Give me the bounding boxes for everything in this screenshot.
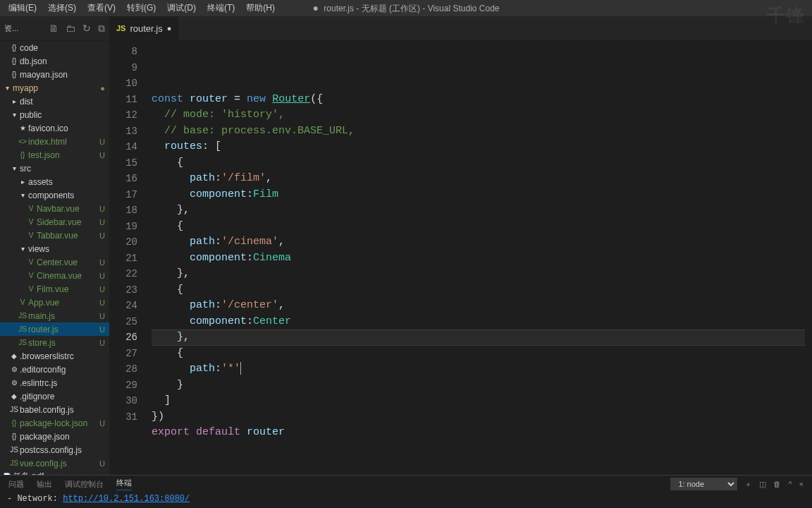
tree-item[interactable]: ▾components [0, 188, 109, 202]
close-panel-icon[interactable]: × [799, 480, 804, 488]
minimap[interactable] [805, 41, 812, 475]
tree-label: router.js [28, 325, 59, 334]
tree-item[interactable]: JSvue.config.jsU [0, 456, 109, 470]
tree-item[interactable]: VCenter.vueU [0, 255, 109, 269]
menubar-item[interactable]: 帮助(H) [240, 1, 281, 16]
tree-item[interactable]: VSidebar.vueU [0, 215, 109, 229]
tree-label: views [28, 244, 49, 254]
tree-item[interactable]: <>index.htmlU [0, 135, 109, 148]
terminal-url[interactable]: http://10.2.151.163:8080/ [63, 494, 190, 504]
split-terminal-icon[interactable]: ◫ [759, 480, 766, 489]
tree-item[interactable]: JSstore.jsU [0, 336, 109, 349]
tree-item[interactable]: ◆.browserslistrc [0, 349, 109, 363]
file-icon: ★ [17, 124, 28, 132]
terminal-label: - Network: [7, 494, 63, 504]
js-file-icon: JS [116, 24, 125, 32]
tree-item[interactable]: ◆.gitignore [0, 389, 109, 403]
new-folder-icon[interactable]: 🗀 [66, 23, 75, 35]
tree-label: Cinema.vue [37, 271, 82, 281]
git-status: U [99, 325, 105, 334]
tree-item[interactable]: ★favicon.ico [0, 121, 109, 135]
tree-item[interactable]: {}test.jsonU [0, 148, 109, 162]
file-icon: <> [17, 138, 28, 145]
toolbar: 资... 🗎 🗀 ↻ ⧉ JS router.js ● [0, 16, 812, 41]
new-terminal-icon[interactable]: ＋ [744, 479, 752, 490]
refresh-icon[interactable]: ↻ [82, 23, 91, 35]
tree-item[interactable]: VTabbar.vueU [0, 229, 109, 242]
maximize-icon[interactable]: ^ [788, 480, 792, 488]
file-icon: ▸ [8, 97, 20, 105]
tree-label: Navbar.vue [37, 204, 80, 214]
tree-item[interactable]: JSrouter.jsU [0, 322, 109, 336]
file-icon: ▾ [8, 111, 20, 119]
file-icon: ⚙ [8, 365, 20, 373]
explorer-sidebar[interactable]: {}code{}db.json{}maoyan.json▾myapp●▸dist… [0, 41, 109, 475]
tree-item[interactable]: VApp.vueU [0, 296, 109, 309]
tree-item[interactable]: ▸assets [0, 175, 109, 188]
file-icon: JS [8, 406, 20, 413]
code-editor[interactable]: 8910111213141516171819202122232425262728… [109, 41, 812, 475]
terminal-output[interactable]: - Network: http://10.2.151.163:8080/ ▯ [0, 492, 812, 508]
tree-item[interactable]: 📄任务.pdf [0, 470, 109, 475]
new-file-icon[interactable]: 🗎 [49, 23, 59, 35]
tree-item[interactable]: VFilm.vueU [0, 282, 109, 296]
git-status: U [99, 298, 105, 307]
menubar-item[interactable]: 选择(S) [42, 1, 82, 16]
terminal-select[interactable]: 1: node [670, 478, 737, 490]
tree-label: maoyan.json [20, 70, 68, 80]
file-icon: JS [8, 446, 20, 454]
tree-item[interactable]: ▸dist [0, 95, 109, 108]
tab-modified-icon: ● [167, 24, 172, 32]
file-icon: V [17, 298, 28, 306]
terminal-panel: 问题输出调试控制台终端 1: node ＋ ◫ 🗑 ^ × - Network:… [0, 475, 812, 508]
tree-item[interactable]: VCinema.vueU [0, 269, 109, 282]
git-status: U [99, 231, 105, 240]
tree-label: Film.vue [37, 284, 68, 294]
explorer-actions: 资... 🗎 🗀 ↻ ⧉ [0, 23, 109, 35]
code-area[interactable]: const router = new Router({ // mode: 'hi… [152, 41, 805, 475]
tree-item[interactable]: ▾views [0, 242, 109, 255]
title-text: router.js - 无标题 (工作区) - Visual Studio Co… [324, 4, 499, 13]
terminal-tab[interactable]: 问题 [8, 479, 24, 490]
tree-item[interactable]: ▾src [0, 162, 109, 175]
collapse-icon[interactable]: ⧉ [98, 23, 105, 35]
menubar-item[interactable]: 转到(G) [121, 1, 161, 16]
tab-router-js[interactable]: JS router.js ● [109, 16, 179, 41]
tree-label: dist [20, 97, 33, 107]
line-numbers: 8910111213141516171819202122232425262728… [109, 41, 152, 475]
tree-item[interactable]: {}package-lock.jsonU [0, 416, 109, 430]
file-icon: JS [17, 339, 28, 346]
tree-item[interactable]: VNavbar.vueU [0, 202, 109, 215]
tree-item[interactable]: JSmain.jsU [0, 309, 109, 322]
file-icon: {} [8, 419, 20, 427]
file-icon: V [25, 205, 37, 212]
tree-item[interactable]: {}code [0, 41, 109, 54]
tab-label: router.js [130, 23, 162, 34]
tree-item[interactable]: JSpostcss.config.js [0, 443, 109, 456]
terminal-tab[interactable]: 调试控制台 [65, 479, 104, 490]
tree-item[interactable]: ⚙.eslintrc.js [0, 376, 109, 389]
tree-label: src [20, 164, 31, 174]
tree-item[interactable]: {}db.json [0, 54, 109, 68]
tree-label: .editorconfig [20, 365, 66, 375]
menubar: 编辑(E)选择(S)查看(V)转到(G)调试(D)终端(T)帮助(H) ● ro… [0, 0, 812, 16]
tree-label: Center.vue [37, 258, 78, 267]
menubar-item[interactable]: 终端(T) [202, 1, 240, 16]
terminal-tab[interactable]: 输出 [37, 479, 52, 490]
file-icon: V [25, 218, 37, 226]
git-status: U [99, 218, 105, 226]
menubar-item[interactable]: 调试(D) [161, 1, 202, 16]
menubar-item[interactable]: 编辑(E) [3, 1, 42, 16]
tree-item[interactable]: ⚙.editorconfig [0, 363, 109, 376]
tree-item[interactable]: ▾myapp● [0, 81, 109, 95]
tree-item[interactable]: ▾public [0, 108, 109, 121]
file-icon: V [25, 258, 37, 266]
trash-icon[interactable]: 🗑 [773, 480, 781, 488]
menubar-item[interactable]: 查看(V) [82, 1, 121, 16]
tree-item[interactable]: {}package.json [0, 430, 109, 443]
tree-label: package.json [20, 432, 70, 442]
tree-item[interactable]: JSbabel.config.js [0, 403, 109, 416]
terminal-tab[interactable]: 终端 [116, 478, 132, 490]
tree-item[interactable]: {}maoyan.json [0, 68, 109, 81]
tree-label: components [28, 190, 74, 200]
